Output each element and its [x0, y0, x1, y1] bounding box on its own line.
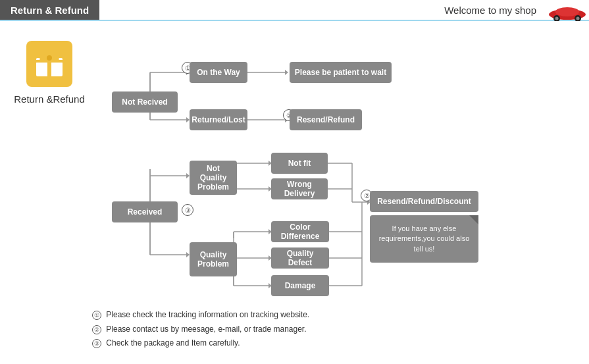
node-not-received: Not Recived: [112, 91, 178, 113]
node-if-you-have: If you have any else requirements,you co…: [370, 215, 478, 263]
node-please-be-patient: Please be patient to wait: [290, 62, 392, 83]
node-returned-lost: Returned/Lost: [190, 109, 247, 130]
footer-note-1: ① Please check the tracking information …: [92, 308, 309, 323]
node-wrong-delivery: Wrong Delivery: [271, 178, 328, 199]
node-not-quality-problem: Not Quality Problem: [190, 161, 237, 195]
fold-corner: [469, 215, 478, 224]
footer-note-2: ② Please contact us by meesage, e-mail, …: [92, 323, 309, 337]
footer-note-3: ③ Check the package and Item carefully.: [92, 336, 309, 351]
svg-point-5: [576, 17, 580, 20]
node-not-fit: Not fit: [271, 153, 328, 174]
header-title-text: Return & Refund: [11, 5, 89, 16]
diagram: Not Recived ① On the Way Returned/Lost ②…: [92, 34, 582, 357]
gift-icon-box: [26, 41, 72, 87]
node-received: Received: [112, 201, 178, 222]
node-quality-defect: Quality Defect: [271, 247, 329, 269]
node-resend-refund-top: Resend/Refund: [290, 109, 362, 130]
node-color-difference: Color Difference: [271, 221, 329, 242]
car-decoration: [546, 0, 589, 21]
header-title: Return & Refund: [0, 0, 99, 20]
svg-point-12: [47, 55, 52, 61]
header: Return & Refund Welcome to my shop: [0, 0, 589, 21]
node-resend-refund-discount: Resend/Refund/Discount: [370, 191, 478, 212]
note-circle-3: ③: [92, 339, 101, 348]
main-content: Return &Refund: [0, 21, 589, 364]
node-quality-problem: Quality Problem: [190, 242, 237, 276]
node-on-the-way: On the Way: [190, 62, 247, 83]
svg-marker-49: [285, 70, 288, 75]
marker-3: ③: [182, 204, 193, 216]
header-welcome: Welcome to my shop: [444, 5, 536, 16]
note-circle-1: ①: [92, 311, 101, 320]
svg-point-1: [555, 7, 579, 16]
note-circle-2: ②: [92, 325, 101, 334]
sidebar-label: Return &Refund: [14, 93, 85, 105]
node-damage: Damage: [271, 275, 329, 296]
svg-point-3: [555, 17, 559, 20]
gift-icon: [33, 47, 66, 80]
sidebar: Return &Refund: [7, 34, 92, 357]
footer-notes: ① Please check the tracking information …: [92, 308, 309, 351]
